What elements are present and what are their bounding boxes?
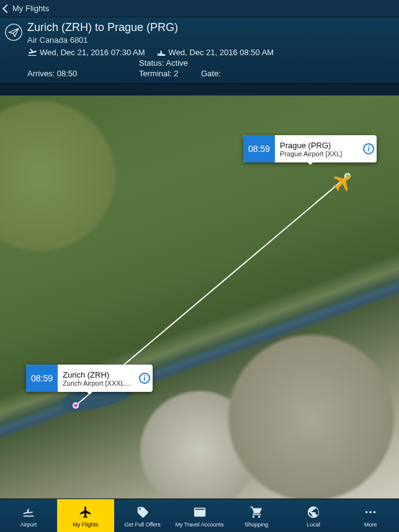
origin-time-badge: 08:59 bbox=[26, 365, 58, 392]
origin-title: Zurich (ZRH) bbox=[63, 370, 132, 379]
destination-time-badge: 08:59 bbox=[243, 135, 275, 162]
tab-shopping[interactable]: Shopping bbox=[228, 499, 285, 532]
flight-times-row: Wed, Dec 21, 2016 07:30 AM Wed, Dec 21, … bbox=[27, 47, 393, 57]
svg-point-0 bbox=[6, 24, 22, 40]
destination-sub: Prague Airport [XXL] bbox=[280, 150, 356, 157]
airport-icon bbox=[22, 504, 35, 520]
terminal-label: Terminal: 2 bbox=[139, 69, 201, 78]
airline-label: Air Canada 6801 bbox=[27, 35, 393, 45]
origin-marker[interactable] bbox=[73, 402, 79, 409]
tab-label: Get Full Offers bbox=[124, 521, 160, 528]
tab-get-offers[interactable]: Get Full Offers bbox=[114, 499, 171, 532]
origin-info-button[interactable]: i bbox=[137, 365, 153, 392]
top-nav-bar: My Flights bbox=[0, 0, 399, 17]
svg-point-4 bbox=[374, 511, 376, 513]
origin-sub: Zurich Airport [XXXL] F... bbox=[63, 379, 132, 387]
tab-local[interactable]: Local bbox=[285, 499, 342, 532]
plane-icon bbox=[326, 166, 360, 199]
flight-map[interactable]: 08:59 Prague (PRG) Prague Airport [XXL] … bbox=[0, 95, 399, 499]
status-label: Status: Active bbox=[139, 58, 188, 68]
details-row: Arrives: 08:50 Terminal: 2 Gate: bbox=[27, 69, 393, 78]
destination-info-button[interactable]: i bbox=[361, 135, 377, 162]
tab-travel-accounts[interactable]: My Travel Accounts bbox=[171, 499, 228, 532]
flight-header: Zurich (ZRH) to Prague (PRG) Air Canada … bbox=[0, 17, 399, 84]
tab-more[interactable]: More bbox=[342, 499, 399, 532]
tab-label: Shopping bbox=[244, 521, 268, 528]
tab-my-flights[interactable]: My Flights bbox=[57, 499, 114, 532]
departure-leg: Wed, Dec 21, 2016 07:30 AM bbox=[27, 47, 145, 57]
arrival-datetime: Wed, Dec 21, 2016 08:50 AM bbox=[169, 48, 274, 57]
status-row: Status: Active bbox=[27, 58, 393, 68]
tab-label: More bbox=[364, 521, 377, 528]
card-icon bbox=[193, 504, 207, 520]
arrives-label: Arrives: 08:50 bbox=[27, 69, 139, 78]
arrival-leg: Wed, Dec 21, 2016 08:50 AM bbox=[156, 47, 274, 57]
chevron-left-icon bbox=[2, 4, 11, 12]
departure-datetime: Wed, Dec 21, 2016 07:30 AM bbox=[40, 48, 145, 57]
tab-label: My Travel Accounts bbox=[175, 521, 223, 528]
destination-callout-body: Prague (PRG) Prague Airport [XXL] bbox=[275, 135, 361, 162]
paper-plane-icon[interactable] bbox=[5, 24, 22, 41]
info-icon: i bbox=[363, 143, 374, 154]
svg-point-2 bbox=[365, 511, 368, 513]
origin-callout[interactable]: 08:59 Zurich (ZRH) Zurich Airport [XXXL]… bbox=[26, 365, 153, 392]
flight-route-title: Zurich (ZRH) to Prague (PRG) bbox=[27, 21, 393, 34]
cart-icon bbox=[249, 504, 263, 520]
tab-airport[interactable]: Airport bbox=[0, 499, 57, 532]
origin-callout-body: Zurich (ZRH) Zurich Airport [XXXL] F... bbox=[58, 365, 137, 392]
globe-icon bbox=[307, 504, 320, 520]
tab-label: Local bbox=[307, 521, 320, 528]
svg-point-3 bbox=[369, 511, 372, 513]
back-button[interactable]: My Flights bbox=[4, 4, 49, 13]
landing-icon bbox=[156, 47, 166, 57]
tab-bar: Airport My Flights Get Full Offers My Tr… bbox=[0, 499, 399, 532]
destination-callout[interactable]: 08:59 Prague (PRG) Prague Airport [XXL] … bbox=[243, 135, 377, 162]
tab-label: My Flights bbox=[73, 521, 98, 528]
back-label: My Flights bbox=[12, 4, 49, 13]
tab-label: Airport bbox=[20, 521, 37, 528]
gate-label: Gate: bbox=[201, 69, 221, 78]
plane-icon bbox=[79, 504, 92, 520]
more-icon bbox=[364, 504, 377, 520]
takeoff-icon bbox=[27, 47, 37, 57]
info-icon: i bbox=[139, 373, 150, 384]
destination-title: Prague (PRG) bbox=[280, 141, 356, 150]
tag-icon bbox=[136, 504, 150, 520]
